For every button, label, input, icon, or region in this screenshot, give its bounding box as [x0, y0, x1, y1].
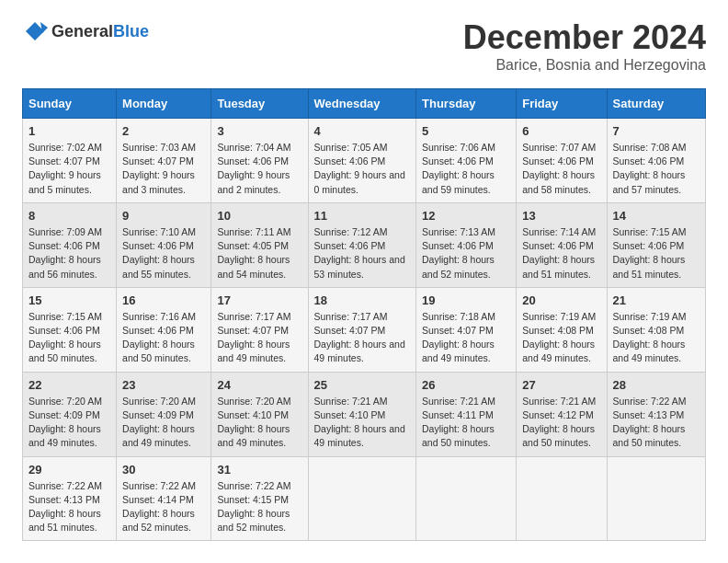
- day-number: 4: [314, 124, 410, 138]
- day-cell-20: 20 Sunrise: 7:19 AMSunset: 4:08 PMDaylig…: [517, 287, 607, 372]
- header-thursday: Thursday: [416, 89, 517, 119]
- day-number: 3: [217, 124, 301, 138]
- day-info: Sunrise: 7:03 AMSunset: 4:07 PMDaylight:…: [122, 142, 196, 195]
- day-info: Sunrise: 7:06 AMSunset: 4:06 PMDaylight:…: [422, 142, 495, 195]
- day-info: Sunrise: 7:20 AMSunset: 4:10 PMDaylight:…: [217, 396, 290, 449]
- day-number: 18: [314, 293, 410, 307]
- logo: GeneralBlue: [22, 18, 149, 44]
- day-cell-9: 9 Sunrise: 7:10 AMSunset: 4:06 PMDayligh…: [117, 202, 211, 287]
- day-cell-14: 14 Sunrise: 7:15 AMSunset: 4:06 PMDaylig…: [607, 202, 705, 287]
- day-number: 10: [217, 209, 301, 223]
- day-info: Sunrise: 7:22 AMSunset: 4:14 PMDaylight:…: [122, 480, 196, 534]
- day-number: 27: [522, 378, 600, 392]
- header-sunday: Sunday: [23, 89, 117, 119]
- day-number: 31: [217, 463, 301, 477]
- header-monday: Monday: [117, 89, 211, 119]
- day-info: Sunrise: 7:04 AMSunset: 4:06 PMDaylight:…: [217, 142, 290, 195]
- title-area: December 2024 Barice, Bosnia and Herzego…: [463, 18, 706, 74]
- day-info: Sunrise: 7:08 AMSunset: 4:06 PMDaylight:…: [613, 142, 687, 195]
- empty-cell: [607, 456, 705, 541]
- day-cell-23: 23 Sunrise: 7:20 AMSunset: 4:09 PMDaylig…: [117, 372, 211, 456]
- day-cell-5: 5 Sunrise: 7:06 AMSunset: 4:06 PMDayligh…: [416, 119, 517, 203]
- calendar-body: 1 Sunrise: 7:02 AMSunset: 4:07 PMDayligh…: [23, 119, 706, 541]
- day-info: Sunrise: 7:21 AMSunset: 4:12 PMDaylight:…: [522, 396, 596, 449]
- day-info: Sunrise: 7:11 AMSunset: 4:05 PMDaylight:…: [217, 226, 290, 280]
- day-info: Sunrise: 7:15 AMSunset: 4:06 PMDaylight:…: [28, 311, 102, 364]
- calendar-week-2: 8 Sunrise: 7:09 AMSunset: 4:06 PMDayligh…: [23, 202, 706, 287]
- subtitle: Barice, Bosnia and Herzegovina: [463, 57, 706, 74]
- day-number: 6: [522, 124, 600, 138]
- empty-cell: [308, 456, 415, 541]
- weekday-header-row: Sunday Monday Tuesday Wednesday Thursday…: [23, 89, 706, 119]
- day-number: 13: [522, 209, 600, 223]
- day-info: Sunrise: 7:22 AMSunset: 4:13 PMDaylight:…: [613, 396, 687, 449]
- day-cell-15: 15 Sunrise: 7:15 AMSunset: 4:06 PMDaylig…: [23, 287, 117, 372]
- day-cell-13: 13 Sunrise: 7:14 AMSunset: 4:06 PMDaylig…: [517, 202, 607, 287]
- day-info: Sunrise: 7:12 AMSunset: 4:06 PMDaylight:…: [314, 226, 405, 280]
- day-number: 24: [217, 378, 301, 392]
- day-info: Sunrise: 7:22 AMSunset: 4:15 PMDaylight:…: [217, 480, 290, 534]
- day-info: Sunrise: 7:19 AMSunset: 4:08 PMDaylight:…: [613, 311, 687, 364]
- day-cell-22: 22 Sunrise: 7:20 AMSunset: 4:09 PMDaylig…: [23, 372, 117, 456]
- day-cell-27: 27 Sunrise: 7:21 AMSunset: 4:12 PMDaylig…: [517, 372, 607, 456]
- day-number: 21: [613, 293, 700, 307]
- day-number: 23: [122, 378, 205, 392]
- day-info: Sunrise: 7:19 AMSunset: 4:08 PMDaylight:…: [522, 311, 596, 364]
- day-number: 15: [28, 293, 110, 307]
- day-number: 8: [28, 209, 110, 223]
- day-number: 17: [217, 293, 301, 307]
- day-number: 20: [522, 293, 600, 307]
- day-info: Sunrise: 7:15 AMSunset: 4:06 PMDaylight:…: [613, 226, 687, 280]
- calendar-week-3: 15 Sunrise: 7:15 AMSunset: 4:06 PMDaylig…: [23, 287, 706, 372]
- day-cell-2: 2 Sunrise: 7:03 AMSunset: 4:07 PMDayligh…: [117, 119, 211, 203]
- empty-cell: [416, 456, 517, 541]
- day-cell-17: 17 Sunrise: 7:17 AMSunset: 4:07 PMDaylig…: [211, 287, 308, 372]
- day-cell-4: 4 Sunrise: 7:05 AMSunset: 4:06 PMDayligh…: [308, 119, 415, 203]
- day-info: Sunrise: 7:16 AMSunset: 4:06 PMDaylight:…: [122, 311, 196, 364]
- day-info: Sunrise: 7:10 AMSunset: 4:06 PMDaylight:…: [122, 226, 196, 280]
- day-cell-25: 25 Sunrise: 7:21 AMSunset: 4:10 PMDaylig…: [308, 372, 415, 456]
- day-info: Sunrise: 7:02 AMSunset: 4:07 PMDaylight:…: [28, 142, 102, 195]
- day-cell-18: 18 Sunrise: 7:17 AMSunset: 4:07 PMDaylig…: [308, 287, 415, 372]
- day-cell-24: 24 Sunrise: 7:20 AMSunset: 4:10 PMDaylig…: [211, 372, 308, 456]
- header-saturday: Saturday: [607, 89, 705, 119]
- day-cell-3: 3 Sunrise: 7:04 AMSunset: 4:06 PMDayligh…: [211, 119, 308, 203]
- day-number: 22: [28, 378, 110, 392]
- day-number: 14: [613, 209, 700, 223]
- day-number: 16: [122, 293, 205, 307]
- logo-icon: [22, 18, 48, 44]
- day-info: Sunrise: 7:22 AMSunset: 4:13 PMDaylight:…: [28, 480, 102, 534]
- day-cell-19: 19 Sunrise: 7:18 AMSunset: 4:07 PMDaylig…: [416, 287, 517, 372]
- main-title: December 2024: [463, 18, 706, 57]
- day-info: Sunrise: 7:05 AMSunset: 4:06 PMDaylight:…: [314, 142, 405, 195]
- day-number: 26: [422, 378, 510, 392]
- day-cell-28: 28 Sunrise: 7:22 AMSunset: 4:13 PMDaylig…: [607, 372, 705, 456]
- day-number: 11: [314, 209, 410, 223]
- day-info: Sunrise: 7:21 AMSunset: 4:10 PMDaylight:…: [314, 396, 405, 449]
- day-number: 30: [122, 463, 205, 477]
- day-number: 19: [422, 293, 510, 307]
- day-cell-31: 31 Sunrise: 7:22 AMSunset: 4:15 PMDaylig…: [211, 456, 308, 541]
- day-cell-10: 10 Sunrise: 7:11 AMSunset: 4:05 PMDaylig…: [211, 202, 308, 287]
- day-cell-6: 6 Sunrise: 7:07 AMSunset: 4:06 PMDayligh…: [517, 119, 607, 203]
- day-info: Sunrise: 7:20 AMSunset: 4:09 PMDaylight:…: [122, 396, 196, 449]
- day-number: 12: [422, 209, 510, 223]
- calendar-week-4: 22 Sunrise: 7:20 AMSunset: 4:09 PMDaylig…: [23, 372, 706, 456]
- day-number: 9: [122, 209, 205, 223]
- day-number: 5: [422, 124, 510, 138]
- day-number: 28: [613, 378, 700, 392]
- day-cell-12: 12 Sunrise: 7:13 AMSunset: 4:06 PMDaylig…: [416, 202, 517, 287]
- calendar-table: Sunday Monday Tuesday Wednesday Thursday…: [22, 88, 706, 541]
- day-info: Sunrise: 7:17 AMSunset: 4:07 PMDaylight:…: [217, 311, 290, 364]
- day-number: 2: [122, 124, 205, 138]
- day-cell-26: 26 Sunrise: 7:21 AMSunset: 4:11 PMDaylig…: [416, 372, 517, 456]
- day-number: 25: [314, 378, 410, 392]
- empty-cell: [517, 456, 607, 541]
- day-cell-8: 8 Sunrise: 7:09 AMSunset: 4:06 PMDayligh…: [23, 202, 117, 287]
- day-info: Sunrise: 7:21 AMSunset: 4:11 PMDaylight:…: [422, 396, 495, 449]
- day-number: 1: [28, 124, 110, 138]
- day-info: Sunrise: 7:18 AMSunset: 4:07 PMDaylight:…: [422, 311, 495, 364]
- header: GeneralBlue December 2024 Barice, Bosnia…: [22, 18, 706, 74]
- header-tuesday: Tuesday: [211, 89, 308, 119]
- day-cell-21: 21 Sunrise: 7:19 AMSunset: 4:08 PMDaylig…: [607, 287, 705, 372]
